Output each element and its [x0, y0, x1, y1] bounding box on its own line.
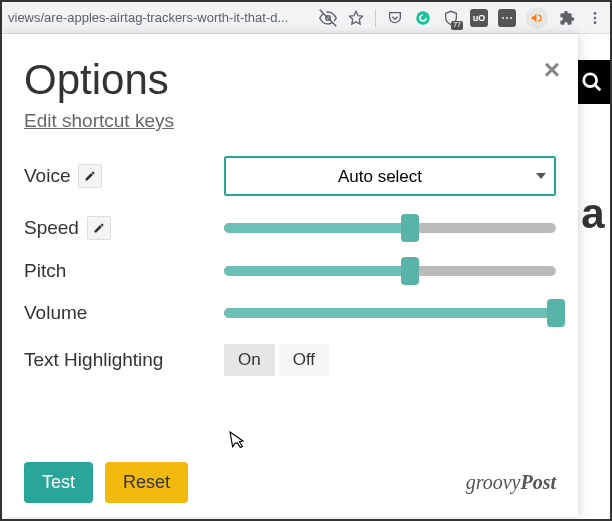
reset-button[interactable]: Reset — [105, 462, 188, 503]
pencil-icon — [84, 170, 96, 182]
brand-suffix: Post — [520, 471, 556, 493]
svg-point-4 — [594, 16, 597, 19]
svg-point-2 — [416, 11, 430, 25]
close-icon[interactable]: × — [544, 56, 560, 84]
extensions-icon[interactable] — [558, 9, 576, 27]
brand-watermark: groovyPost — [466, 471, 556, 494]
edit-speed-button[interactable] — [87, 216, 111, 240]
highlight-toggle: On Off — [224, 344, 329, 376]
highlight-on-button[interactable]: On — [224, 344, 275, 376]
svg-point-6 — [584, 74, 597, 87]
voice-label: Voice — [24, 165, 70, 187]
speed-label-group: Speed — [24, 216, 224, 240]
volume-slider[interactable] — [224, 305, 556, 321]
svg-point-5 — [594, 21, 597, 24]
highlight-row: Text Highlighting On Off — [24, 344, 556, 376]
slider-thumb[interactable] — [401, 214, 419, 242]
edit-shortcuts-link[interactable]: Edit shortcut keys — [24, 110, 174, 132]
panel-title: Options — [24, 56, 556, 104]
panel-footer: Test Reset groovyPost — [24, 462, 556, 503]
shield-icon[interactable] — [442, 9, 460, 27]
voice-select[interactable]: Auto select — [224, 156, 556, 196]
speed-row: Speed — [24, 216, 556, 240]
voice-label-group: Voice — [24, 164, 224, 188]
pitch-label: Pitch — [24, 260, 66, 282]
svg-line-7 — [595, 85, 601, 91]
slider-fill — [224, 266, 410, 276]
svg-marker-1 — [349, 11, 362, 24]
speed-slider[interactable] — [224, 220, 556, 236]
slider-fill — [224, 308, 556, 318]
volume-label: Volume — [24, 302, 87, 324]
edit-voice-button[interactable] — [78, 164, 102, 188]
browser-menu-icon[interactable] — [586, 9, 604, 27]
browser-toolbar: views/are-apples-airtag-trackers-worth-i… — [2, 2, 610, 34]
toolbar-divider — [375, 9, 376, 27]
volume-row: Volume — [24, 302, 556, 324]
slider-fill — [224, 223, 410, 233]
url-fragment: views/are-apples-airtag-trackers-worth-i… — [8, 10, 288, 25]
pocket-icon[interactable] — [386, 9, 404, 27]
speed-label: Speed — [24, 217, 79, 239]
volume-label-group: Volume — [24, 302, 224, 324]
grammarly-icon[interactable] — [414, 9, 432, 27]
slider-thumb[interactable] — [547, 299, 565, 327]
voice-row: Voice Auto select — [24, 156, 556, 196]
svg-point-3 — [594, 12, 597, 15]
menu-dots-icon[interactable]: ⋯ — [498, 9, 516, 27]
voice-select-wrap: Auto select — [224, 156, 556, 196]
star-icon[interactable] — [347, 9, 365, 27]
options-panel: × Options Edit shortcut keys Voice Auto … — [2, 34, 578, 517]
toolbar-icon-group: uO ⋯ — [319, 7, 604, 29]
ublock-icon[interactable]: uO — [470, 9, 488, 27]
brand-prefix: groovy — [466, 471, 521, 493]
test-button[interactable]: Test — [24, 462, 93, 503]
background-page-letter: a — [578, 190, 608, 238]
slider-thumb[interactable] — [401, 257, 419, 285]
pencil-icon — [93, 222, 105, 234]
pitch-label-group: Pitch — [24, 260, 224, 282]
pitch-slider[interactable] — [224, 263, 556, 279]
highlight-off-button[interactable]: Off — [279, 344, 329, 376]
page-background-strip: a — [574, 34, 610, 517]
megaphone-icon[interactable] — [526, 7, 548, 29]
pitch-row: Pitch — [24, 260, 556, 282]
mouse-cursor-icon — [227, 429, 245, 456]
highlight-label: Text Highlighting — [24, 349, 224, 371]
eye-off-icon[interactable] — [319, 9, 337, 27]
search-button[interactable] — [574, 60, 610, 104]
